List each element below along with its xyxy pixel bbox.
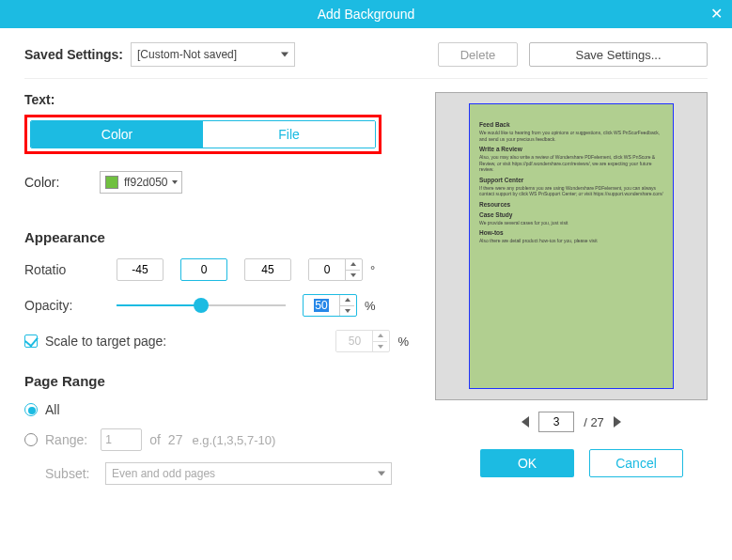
chevron-down-icon [172,180,178,184]
spinner-down-icon[interactable] [373,342,387,352]
range-from-input[interactable] [101,428,142,451]
preview-page: Feed Back We would like to hearing from … [469,103,674,389]
color-value: ff92d050 [124,176,168,189]
saved-settings-select[interactable]: [Custom-Not saved] [131,42,295,67]
rotation-zero[interactable] [180,258,227,281]
color-picker[interactable]: ff92d050 [100,171,182,194]
scale-label: Scale to target page: [45,334,166,349]
total-pages: 27 [590,415,603,429]
checkbox-icon [24,334,38,348]
color-swatch [105,176,118,189]
scale-checkbox[interactable]: Scale to target page: [24,334,166,349]
prev-page-icon[interactable] [522,416,529,428]
appearance-title: Appearance [24,229,426,245]
page-number-input[interactable] [538,412,574,432]
radio-icon [24,403,38,416]
text-label: Text: [24,92,426,107]
pagerange-title: Page Range [24,373,426,389]
next-page-icon[interactable] [614,416,621,428]
opacity-spinner[interactable]: 50 [303,294,357,317]
ok-button[interactable]: OK [480,449,574,477]
range-total: 27 [168,432,183,447]
degree-label: ° [370,263,375,277]
percent-label: % [365,299,376,313]
save-settings-button[interactable]: Save Settings... [529,42,708,67]
radio-icon [24,433,38,446]
title-bar: Add Background ✕ [0,0,732,28]
chevron-down-icon [378,472,385,476]
slider-thumb[interactable] [194,298,209,313]
color-label: Color: [24,175,100,190]
spinner-down-icon[interactable] [340,306,354,317]
subset-label: Subset: [45,466,105,481]
scale-spinner[interactable] [335,330,390,352]
chevron-down-icon [281,53,288,57]
range-hint: e.g.(1,3,5,7-10) [192,433,275,447]
rotation-spinner-input[interactable] [309,259,345,280]
rotation-spinner[interactable] [308,258,363,281]
rotation-pos45[interactable] [244,258,291,281]
opacity-slider[interactable] [117,296,286,315]
spinner-up-icon[interactable] [346,259,360,271]
scale-input[interactable] [336,331,372,351]
rotation-neg45[interactable] [117,258,164,281]
tab-file[interactable]: File [203,121,375,148]
spinner-up-icon[interactable] [340,295,354,306]
percent-label: % [397,334,409,349]
saved-settings-value: [Custom-Not saved] [137,48,237,61]
subset-select[interactable]: Even and odd pages [105,462,392,485]
saved-settings-label: Saved Settings: [24,47,123,62]
delete-button[interactable]: Delete [438,42,518,67]
radio-all[interactable]: All [24,402,60,417]
cancel-button[interactable]: Cancel [589,449,683,477]
dialog-title: Add Background [0,7,732,22]
tab-highlight-box: Color File [24,115,382,154]
preview-area: Feed Back We would like to hearing from … [435,92,708,400]
spinner-up-icon[interactable] [373,331,387,342]
spinner-down-icon[interactable] [346,271,360,281]
tab-color[interactable]: Color [31,121,203,148]
rotation-label: Rotatio [24,262,100,277]
radio-range[interactable]: Range: [24,432,87,447]
opacity-label: Opacity: [24,298,100,313]
close-icon[interactable]: ✕ [710,0,723,28]
